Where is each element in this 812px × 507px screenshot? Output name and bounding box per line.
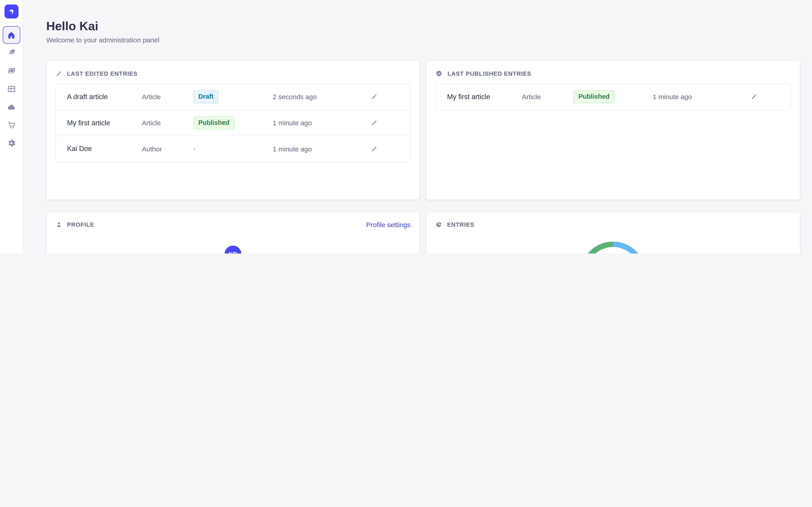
check-circle-icon [435, 70, 443, 77]
entries-donut-chart: 3 entries [579, 240, 647, 253]
strapi-logo-icon [7, 7, 15, 16]
sidebar-item-media-library[interactable] [2, 62, 20, 80]
table-row[interactable]: My first article Article Published 1 min… [56, 110, 410, 136]
last-published-entries-card: LAST PUBLISHED ENTRIES My first article … [426, 61, 800, 200]
entry-time: 1 minute ago [273, 145, 349, 153]
images-icon [6, 66, 16, 75]
profile-card: PROFILE Profile settings KD Kai Doe kai.… [46, 212, 419, 253]
entry-time: 1 minute ago [273, 119, 349, 127]
entry-type: Article [142, 93, 193, 101]
home-icon [7, 31, 16, 40]
sidebar-nav [2, 44, 20, 152]
sidebar-divider [0, 22, 23, 22]
cloud-icon [6, 102, 16, 112]
page-title: Hello Kai [46, 19, 800, 33]
card-title: LAST EDITED ENTRIES [67, 70, 138, 77]
pencil-icon [751, 94, 757, 100]
pie-chart-icon [435, 221, 442, 228]
entry-time: 2 seconds ago [273, 93, 349, 101]
status-badge: Published [573, 90, 615, 103]
last-edited-table: A draft article Article Draft 2 seconds … [55, 83, 410, 162]
card-title: ENTRIES [447, 221, 474, 228]
feather-icon [6, 48, 16, 57]
gear-icon [6, 138, 16, 148]
page-subtitle: Welcome to your administration panel [46, 36, 800, 44]
entry-name: Kai Doe [67, 145, 142, 153]
pencil-icon [370, 120, 377, 126]
sidebar: KD [0, 0, 23, 253]
entry-name: A draft article [67, 93, 142, 101]
pencil-icon [370, 94, 377, 100]
person-icon [55, 221, 62, 228]
status-badge: Draft [193, 90, 218, 103]
profile-avatar: KD [225, 245, 241, 253]
sidebar-item-home[interactable] [2, 26, 20, 44]
profile-settings-link[interactable]: Profile settings [366, 221, 410, 228]
sidebar-item-cloud[interactable] [2, 98, 20, 116]
strapi-logo-button[interactable] [4, 4, 18, 18]
sidebar-item-content-type-builder[interactable] [2, 80, 20, 98]
cart-icon [6, 120, 16, 129]
card-title: PROFILE [67, 221, 94, 228]
pencil-icon [370, 146, 377, 152]
status-badge: Published [193, 116, 235, 129]
edit-entry-button[interactable] [369, 144, 379, 154]
main-content: Hello Kai Welcome to your administration… [23, 0, 812, 253]
table-row[interactable]: Kai Doe Author - 1 minute ago [56, 136, 410, 162]
entry-type: Author [142, 145, 193, 153]
edit-entry-button[interactable] [369, 92, 379, 102]
sidebar-item-settings[interactable] [2, 134, 20, 152]
last-edited-entries-card: LAST EDITED ENTRIES A draft article Arti… [46, 61, 419, 200]
entry-type: Article [142, 119, 193, 127]
entry-name: My first article [67, 119, 142, 127]
entry-time: 1 minute ago [653, 93, 729, 101]
entries-chart-card: ENTRIES 3 entries [426, 212, 800, 253]
pencil-icon [55, 70, 62, 77]
status-empty: - [193, 145, 196, 153]
layout-icon [6, 84, 16, 94]
edit-entry-button[interactable] [369, 118, 379, 128]
table-row[interactable]: A draft article Article Draft 2 seconds … [56, 84, 410, 110]
table-row[interactable]: My first article Article Published 1 min… [436, 84, 790, 110]
entry-name: My first article [447, 93, 522, 101]
edit-entry-button[interactable] [749, 92, 759, 102]
sidebar-item-marketplace[interactable] [2, 116, 20, 134]
admin-dashboard: KD Hello Kai Welcome to your administrat… [0, 0, 812, 253]
entry-type: Article [522, 93, 573, 101]
last-published-table: My first article Article Published 1 min… [435, 83, 791, 110]
sidebar-item-content-manager[interactable] [2, 44, 20, 62]
card-title: LAST PUBLISHED ENTRIES [448, 70, 531, 77]
